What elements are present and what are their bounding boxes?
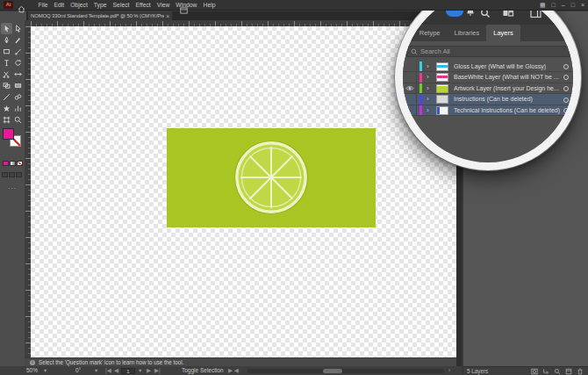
rotation-dropdown-icon[interactable]: ▾ — [95, 366, 97, 375]
new-layer-icon[interactable] — [565, 368, 572, 375]
visibility-eye-icon[interactable] — [403, 83, 417, 94]
visibility-toggle[interactable] — [403, 61, 417, 72]
layer-name[interactable]: BaseWhite Layer (What will NOT be ... — [454, 72, 559, 83]
layer-row[interactable]: ›Instructions (Can be deleted) — [403, 94, 581, 105]
minimize-button[interactable]: – — [562, 0, 565, 11]
layer-name[interactable]: Technical Instructions (Can be deleted) — [454, 105, 560, 117]
paintbrush-tool[interactable] — [12, 34, 24, 46]
fill-color-swatch[interactable] — [3, 128, 14, 140]
layer-row[interactable]: ›Artwork Layer (Insert your Design he... — [403, 83, 581, 95]
scissors-tool[interactable] — [1, 69, 12, 80]
layer-target-icon[interactable] — [563, 75, 569, 80]
expand-chevron-icon[interactable]: › — [427, 83, 429, 94]
layer-thumbnail[interactable] — [436, 62, 448, 71]
direct-selection-tool[interactable] — [12, 23, 24, 34]
layer-name[interactable]: Artwork Layer (Insert your Design he... — [454, 83, 559, 95]
layer-thumbnail[interactable] — [436, 106, 448, 115]
menu-object[interactable]: Object — [68, 0, 91, 11]
menu-type[interactable]: Type — [90, 0, 110, 11]
delete-layer-icon[interactable] — [577, 368, 584, 375]
artboard-tool[interactable] — [1, 114, 12, 126]
ruler-corner[interactable] — [25, 20, 31, 26]
close-button[interactable]: × — [581, 0, 584, 11]
artboard-number-field[interactable]: 1 — [121, 368, 135, 374]
rotate-tool[interactable] — [12, 57, 24, 69]
layer-thumbnail[interactable] — [436, 84, 448, 93]
menu-select[interactable]: Select — [110, 0, 133, 11]
blend-tool[interactable] — [12, 91, 24, 103]
rotation-value[interactable]: 0° — [75, 366, 81, 375]
layer-name[interactable]: Instructions (Can be deleted) — [454, 94, 533, 105]
type-tool[interactable] — [1, 57, 12, 69]
panel-tab-layers[interactable]: Layers — [486, 25, 520, 41]
layer-thumbnail[interactable] — [436, 73, 448, 82]
draw-inside-button[interactable] — [16, 172, 22, 177]
locate-object-icon[interactable] — [554, 368, 561, 375]
panel-tab-libraries[interactable]: Libraries — [448, 25, 487, 41]
label-artwork[interactable] — [167, 128, 376, 227]
panel-tab-retype[interactable]: Retype — [412, 25, 448, 41]
next-artboard-icon[interactable]: ▶ — [147, 366, 151, 375]
restore-button[interactable]: □ — [571, 0, 575, 11]
pen-tool[interactable] — [1, 34, 12, 46]
expand-chevron-icon[interactable]: › — [427, 72, 429, 83]
expand-chevron-icon[interactable]: › — [427, 61, 429, 72]
visibility-toggle[interactable] — [403, 72, 417, 83]
document-tab[interactable]: NOMOQ 330ml Standard Template.pdf* @ 50 … — [28, 11, 172, 20]
arrange-documents-icon[interactable] — [180, 2, 188, 18]
horizontal-scrollbar-thumb[interactable] — [323, 369, 342, 373]
menu-file[interactable]: File — [35, 0, 51, 11]
eyedropper-tool[interactable] — [1, 91, 12, 103]
horizontal-scrollbar[interactable] — [247, 369, 444, 373]
gradient-tool[interactable] — [12, 80, 24, 91]
edit-toolbar-button[interactable]: ··· — [0, 185, 25, 191]
workspace-icon[interactable]: □ — [552, 0, 556, 11]
menu-effect[interactable]: Effect — [133, 0, 154, 11]
scroll-right-icon[interactable]: › — [448, 366, 450, 375]
layer-thumbnail[interactable] — [436, 95, 448, 104]
artboard-canvas[interactable] — [31, 26, 456, 357]
search-all-input[interactable]: Search All — [406, 46, 571, 57]
horizontal-ruler[interactable] — [31, 20, 456, 26]
draw-normal-button[interactable] — [2, 172, 8, 177]
layer-row[interactable]: ›BaseWhite Layer (What will NOT be ... — [403, 72, 581, 83]
grid-layout-icon[interactable]: ▦ — [540, 0, 546, 11]
layer-row[interactable]: ›Technical Instructions (Can be deleted) — [403, 105, 581, 117]
layer-target-icon[interactable] — [563, 108, 569, 113]
first-artboard-icon[interactable]: |◀ — [105, 366, 111, 375]
width-tool[interactable] — [12, 69, 24, 80]
zoom-dropdown-icon[interactable]: ▾ — [44, 366, 47, 375]
menu-help[interactable]: Help — [200, 0, 219, 11]
none-mode-button[interactable] — [17, 161, 23, 166]
layer-row[interactable]: ›Gloss Layer (What will be Glossy) — [403, 61, 581, 73]
rectangle-tool[interactable] — [1, 46, 12, 57]
layer-target-icon[interactable] — [563, 97, 569, 103]
layer-target-icon[interactable] — [563, 64, 569, 69]
status-readout[interactable]: Toggle Selection — [182, 366, 224, 375]
menu-edit[interactable]: Edit — [51, 0, 68, 11]
expand-chevron-icon[interactable]: › — [427, 105, 429, 116]
column-graph-tool[interactable] — [12, 103, 24, 114]
menu-view[interactable]: View — [154, 0, 173, 11]
symbol-sprayer-tool[interactable] — [1, 103, 12, 114]
shape-builder-tool[interactable] — [1, 80, 12, 91]
make-clipping-mask-icon[interactable] — [531, 368, 538, 375]
last-artboard-icon[interactable]: ▶| — [154, 366, 161, 375]
draw-behind-button[interactable] — [9, 172, 15, 177]
visibility-toggle[interactable] — [403, 94, 417, 105]
close-tab-icon[interactable]: × — [166, 13, 169, 19]
zoom-level[interactable]: 50% — [26, 366, 38, 375]
expand-chevron-icon[interactable]: › — [427, 94, 429, 105]
layer-name[interactable]: Gloss Layer (What will be Glossy) — [454, 61, 546, 73]
layer-target-icon[interactable] — [563, 86, 569, 91]
vertical-ruler[interactable] — [25, 26, 31, 357]
artboard-dropdown-icon[interactable]: ▾ — [139, 366, 141, 375]
new-sublayer-icon[interactable] — [542, 368, 549, 375]
gradient-mode-button[interactable] — [10, 161, 16, 166]
status-collapse-icons[interactable]: ▶ ◀ — [228, 366, 239, 375]
zoom-tool[interactable] — [12, 114, 24, 126]
prev-artboard-icon[interactable]: ◀ — [114, 366, 118, 375]
pencil-tool[interactable] — [12, 46, 24, 57]
home-icon[interactable] — [18, 1, 25, 17]
visibility-toggle[interactable] — [403, 105, 417, 116]
